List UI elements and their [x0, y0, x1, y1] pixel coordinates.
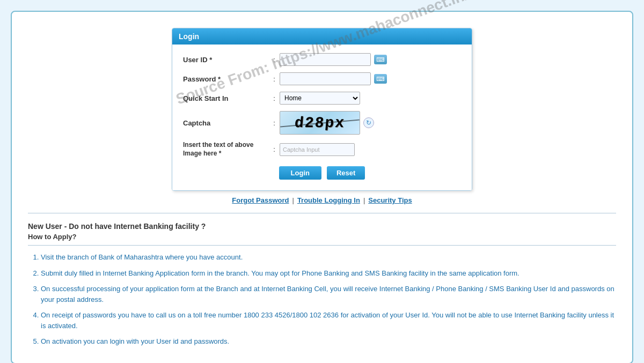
new-user-section: New User - Do not have Internet Banking … [28, 218, 616, 347]
password-label: Password * [183, 75, 269, 83]
instructions-list: Visit the branch of Bank of Maharashtra … [28, 252, 616, 347]
password-controls [280, 72, 387, 85]
captcha-input-label: Insert the text of above Image here * [183, 141, 269, 158]
forgot-password-link[interactable]: Forgot Password [232, 196, 289, 204]
userid-label: User ID * [183, 56, 269, 64]
separator2: | [363, 196, 365, 204]
userid-input[interactable] [280, 53, 371, 66]
reset-button[interactable]: Reset [327, 166, 365, 180]
login-container: Login User ID * : Password * : [28, 28, 616, 191]
captcha-input-controls [280, 143, 355, 156]
captcha-input-row: Insert the text of above Image here * : [183, 141, 461, 158]
keyboard-icon-password[interactable] [374, 74, 387, 84]
captcha-refresh-icon[interactable]: ↻ [363, 117, 374, 128]
quickstart-label: Quick Start In [183, 94, 269, 102]
links-row: Forgot Password | Trouble Logging In | S… [28, 196, 616, 204]
password-input[interactable] [280, 72, 371, 85]
main-page: Source From: https://www.mahaconnect.in/… [11, 11, 633, 363]
quickstart-controls: Home Accounts Fund Transfer [280, 92, 360, 105]
captcha-image-row: Captcha : d28px ↻ [183, 111, 461, 135]
captcha-image: d28px [280, 111, 360, 135]
separator1: | [292, 196, 294, 204]
captcha-label: Captcha [183, 119, 269, 127]
userid-controls [280, 53, 387, 66]
instruction-3: On successful processing of your applica… [41, 284, 616, 305]
userid-row: User ID * : [183, 53, 461, 66]
keyboard-icon-userid[interactable] [374, 55, 387, 64]
top-divider [28, 213, 616, 213]
middle-divider [28, 245, 616, 246]
login-box: Login User ID * : Password * : [172, 28, 472, 191]
trouble-logging-link[interactable]: Trouble Logging In [297, 196, 360, 204]
instruction-1: Visit the branch of Bank of Maharashtra … [41, 252, 616, 263]
instruction-5: On activation you can login with your Us… [41, 336, 616, 347]
login-body: User ID * : Password * : [172, 45, 472, 190]
captcha-controls: d28px ↻ [280, 111, 374, 135]
security-tips-link[interactable]: Security Tips [368, 196, 412, 204]
quickstart-select[interactable]: Home Accounts Fund Transfer [280, 92, 360, 105]
login-button[interactable]: Login [279, 166, 321, 180]
button-row: Login Reset [183, 166, 461, 180]
captcha-input[interactable] [280, 143, 355, 156]
login-header: Login [172, 28, 472, 45]
login-title: Login [179, 32, 199, 41]
instruction-4: On receipt of passwords you have to call… [41, 310, 616, 331]
instruction-2: Submit duly filled in Internet Banking A… [41, 268, 616, 279]
new-user-heading: New User - Do not have Internet Banking … [28, 222, 616, 231]
password-row: Password * : [183, 72, 461, 85]
new-user-subheading: How to Apply? [28, 233, 616, 241]
quickstart-row: Quick Start In : Home Accounts Fund Tran… [183, 92, 461, 105]
captcha-text: d28px [294, 115, 346, 131]
